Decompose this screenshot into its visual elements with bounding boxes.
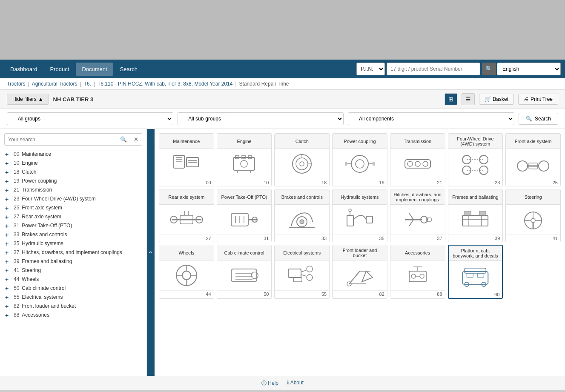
breadcrumb-agricultural[interactable]: Agricultural Tractors <box>32 81 77 87</box>
expand-icon-27: + <box>5 214 12 220</box>
part-card-33[interactable]: Brakes and controls 33 <box>274 189 330 242</box>
breadcrumb-current: Standard Repair Time <box>239 81 289 87</box>
part-card-title-31: Power Take-Off (PTO) <box>217 189 272 205</box>
hide-filters-label: Hide filters <box>12 96 37 102</box>
breadcrumb-t6[interactable]: T6. <box>84 81 91 87</box>
sidebar-item-88[interactable]: + 88 Accessories <box>4 311 142 320</box>
sidebar-item-num-55: 55 <box>14 294 19 300</box>
sidebar-item-35[interactable]: + 35 Hydraulic systems <box>4 239 142 248</box>
part-card-25[interactable]: Front axle system 25 <box>505 133 561 186</box>
part-card-img-44 <box>159 260 214 290</box>
search-main-button[interactable]: 🔍 Search <box>519 113 558 125</box>
part-card-10[interactable]: Engine 10 <box>217 133 272 186</box>
nav-search[interactable]: Search <box>114 63 143 76</box>
svg-point-13 <box>241 160 248 167</box>
sidebar-item-37[interactable]: + 37 Hitches, drawbars, and implement co… <box>4 248 142 257</box>
part-card-18[interactable]: Clutch 18 <box>274 133 330 186</box>
basket-button[interactable]: 🛒 Basket <box>479 94 514 105</box>
part-card-44[interactable]: Wheels 44 <box>159 245 214 299</box>
parts-grid: Maintenance 00 Engine <box>159 133 561 299</box>
svg-point-90 <box>307 275 313 280</box>
part-card-27[interactable]: Rear axle system 27 <box>159 189 214 242</box>
part-card-title-25: Front axle system <box>506 134 560 149</box>
part-card-39[interactable]: Frames and ballasting 39 <box>448 189 503 242</box>
part-card-num-33: 33 <box>275 235 329 242</box>
nav-document[interactable]: Document <box>76 63 113 76</box>
transmission-svg <box>396 151 439 177</box>
help-link[interactable]: ⓘ Help <box>261 380 278 387</box>
part-card-37[interactable]: Hitches, drawbars, and implement couplin… <box>390 189 445 242</box>
list-view-button[interactable]: ☰ <box>462 93 475 105</box>
sidebar-search-input[interactable] <box>5 134 117 145</box>
sidebar-clear-button[interactable]: ✕ <box>130 134 142 145</box>
pin-type-select[interactable]: P.I.N. Model <box>356 63 385 75</box>
sidebar-item-18[interactable]: + 18 Clutch <box>4 168 142 177</box>
sidebar-item-21[interactable]: + 21 Transmission <box>4 186 142 195</box>
sidebar-item-33[interactable]: + 33 Brakes and controls <box>4 230 142 239</box>
print-tree-button[interactable]: 🖨 Print Tree <box>518 94 558 105</box>
sidebar-item-10[interactable]: + 10 Engine <box>4 159 142 168</box>
part-card-31[interactable]: Power Take-Off (PTO) 31 <box>217 189 272 242</box>
sidebar-item-25[interactable]: + 25 Front axle system <box>4 203 142 212</box>
part-card-img-25 <box>506 149 560 179</box>
nav-product[interactable]: Product <box>44 63 75 76</box>
part-card-img-82 <box>333 260 387 290</box>
sidebar-item-label-82: Front loader and bucket <box>22 303 76 309</box>
part-card-19[interactable]: Power coupling 19 <box>332 133 387 186</box>
part-card-img-41 <box>506 205 560 235</box>
sidebar-item-19[interactable]: + 19 Power coupling <box>4 177 142 186</box>
part-card-90[interactable]: Platform, cab, bodywork, and decals 90 <box>448 245 503 299</box>
sidebar-item-num-88: 88 <box>14 312 19 318</box>
expand-icon-55: + <box>5 295 12 300</box>
expand-icon-82: + <box>5 303 12 309</box>
part-card-35[interactable]: Hydraulic systems 35 <box>332 189 387 242</box>
part-card-23[interactable]: Four-Wheel Drive (4WD) system 23 <box>448 133 503 186</box>
part-card-21[interactable]: Transmission 21 <box>390 133 445 186</box>
sidebar-item-41[interactable]: + 41 Steering <box>4 266 142 275</box>
part-card-55[interactable]: Electrical systems 55 <box>274 245 330 299</box>
part-card-title-19: Power coupling <box>333 134 387 149</box>
grid-view-button[interactable]: ⊞ <box>445 93 457 105</box>
sidebar-item-31[interactable]: + 31 Power Take-Off (PTO) <box>4 221 142 230</box>
all-groups-select[interactable]: -- All groups -- <box>7 112 173 125</box>
part-card-88[interactable]: Accessories 88 <box>390 245 445 299</box>
sidebar-item-39[interactable]: + 39 Frames and ballasting <box>4 257 142 266</box>
svg-line-59 <box>409 213 413 220</box>
sidebar-item-55[interactable]: + 55 Electrical systems <box>4 293 142 302</box>
expand-icon-23: + <box>5 196 12 202</box>
breadcrumb-model[interactable]: T6.110 - PIN HCCZ, With cab, Tier 3, 8x8… <box>98 81 232 87</box>
svg-rect-103 <box>465 268 486 273</box>
sidebar-item-82[interactable]: + 82 Front loader and bucket <box>4 302 142 311</box>
part-card-82[interactable]: Front loader and bucket 82 <box>332 245 387 299</box>
sidebar-item-50[interactable]: + 50 Cab climate control <box>4 284 142 293</box>
part-card-img-18 <box>275 149 329 179</box>
sidebar-item-23[interactable]: + 23 Four-Wheel Drive (4WD) system <box>4 195 142 203</box>
part-card-50[interactable]: Cab climate control 50 <box>217 245 272 299</box>
part-card-img-88 <box>390 260 445 290</box>
part-card-00[interactable]: Maintenance 00 <box>159 133 214 186</box>
svg-rect-4 <box>186 157 198 167</box>
breadcrumb-sep-3: | <box>94 81 95 87</box>
sidebar-item-00[interactable]: + 00 Maintenance <box>4 150 142 159</box>
pin-search-button[interactable]: 🔍 <box>482 63 496 75</box>
part-card-img-00 <box>159 149 214 179</box>
sidebar-item-44[interactable]: + 44 Wheels <box>4 275 142 284</box>
part-card-41[interactable]: Steering 41 <box>505 189 561 242</box>
svg-point-28 <box>423 161 428 166</box>
brakes-svg <box>280 207 324 232</box>
language-select[interactable]: English Deutsch Français Español <box>497 63 561 75</box>
sidebar-collapse-toggle[interactable]: ‹ <box>147 129 155 376</box>
about-link[interactable]: ℹ About <box>287 380 304 387</box>
sidebar-item-num-19: 19 <box>14 178 19 184</box>
pin-input[interactable] <box>387 63 480 75</box>
sidebar-search-button[interactable]: 🔍 <box>117 134 130 145</box>
sidebar-item-27[interactable]: + 27 Rear axle system <box>4 212 142 221</box>
part-card-img-37 <box>390 205 445 235</box>
hide-filters-button[interactable]: Hide filters ▲ <box>7 94 49 105</box>
engine-svg <box>222 151 266 177</box>
nav-dashboard[interactable]: Dashboard <box>4 63 43 76</box>
breadcrumb-tractors[interactable]: Tractors <box>7 81 26 87</box>
all-subgroups-select[interactable]: -- All sub-groups -- <box>178 112 344 125</box>
expand-icon-25: + <box>5 205 12 211</box>
all-components-select[interactable]: -- All components -- <box>348 112 514 125</box>
